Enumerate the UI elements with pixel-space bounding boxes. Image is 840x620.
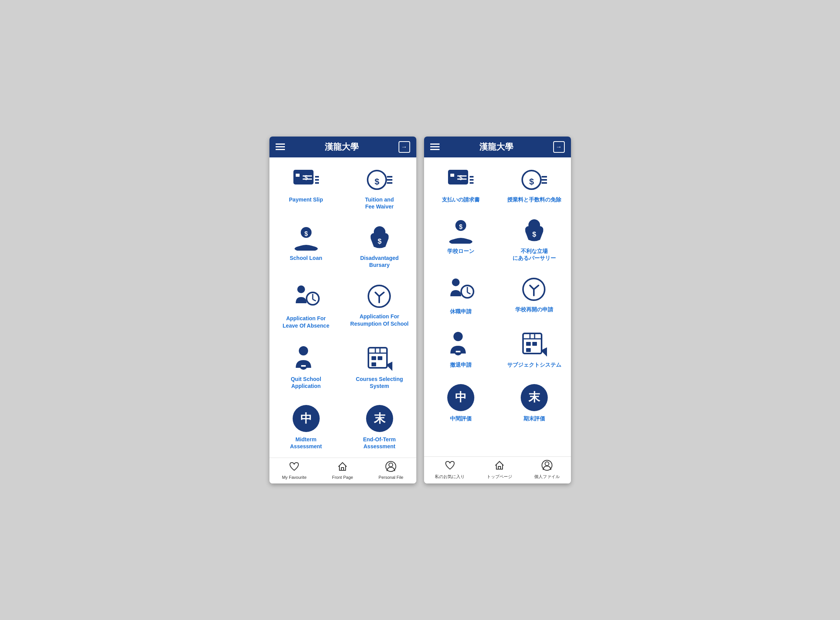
nav-item-personal-file-jp[interactable]: 個人ファイル (534, 460, 560, 480)
svg-rect-38 (448, 170, 468, 184)
nav-label-favourite-jp: 私のお気に入り (435, 474, 465, 480)
menu-item-payment-slip[interactable]: $ Payment Slip (269, 161, 343, 218)
nav-item-personal-file[interactable]: Personal File (378, 461, 403, 480)
menu-item-leave-of-absence-jp[interactable]: 休職申請 (424, 269, 498, 323)
svg-point-24 (299, 346, 308, 355)
svg-point-15 (295, 246, 318, 251)
menu-item-quit-school[interactable]: Quit School Application (269, 337, 343, 397)
icon-payment-slip: $ (293, 169, 320, 192)
nav-icon-home (337, 461, 348, 473)
icon-resumption (521, 277, 547, 302)
nav-item-front-page[interactable]: Front Page (332, 461, 353, 480)
svg-rect-33 (378, 356, 382, 360)
menu-item-resumption-school-jp[interactable]: 学校再開の申請 (498, 269, 571, 323)
item-label-quit-school: Quit School Application (291, 376, 321, 389)
item-label-disadvantaged-bursary: Disadvantaged Bursary (360, 254, 399, 268)
item-label-quit-school-jp: 撤退申請 (450, 361, 472, 368)
nav-label-personal-file: Personal File (378, 475, 403, 480)
menu-item-end-of-term-jp[interactable]: 末期末評価 (498, 376, 571, 430)
menu-item-tuition-fee-waiver-jp[interactable]: $ 授業料と手数料の免除 (498, 161, 571, 211)
nav-label-front-page-jp: トップページ (487, 474, 512, 480)
end-term-char-icon: 末 (521, 384, 548, 411)
content-japanese: $ 支払いの請求書 $ 授業料と手数料の免除 $ 学校ローン (424, 157, 571, 457)
menu-item-school-loan[interactable]: $ School Loan (269, 218, 343, 276)
content-english: $ Payment Slip $ Tuition and Fee Waiver … (269, 157, 416, 458)
menu-item-courses-selecting-jp[interactable]: サブジェクトシステム (498, 323, 571, 376)
nav-item-front-page-jp[interactable]: トップページ (487, 460, 512, 480)
header-title: 漢龍大學 (325, 141, 359, 153)
svg-line-59 (467, 292, 470, 294)
nav-icon-person (542, 460, 552, 472)
header-japanese: 漢龍大學 → (424, 137, 571, 157)
menu-item-quit-school-jp[interactable]: 撤退申請 (424, 323, 498, 376)
svg-point-53 (449, 239, 472, 244)
icon-resumption (367, 284, 392, 309)
menu-item-courses-selecting[interactable]: Courses Selecting System (343, 337, 416, 397)
icon-end-term: 末 (521, 384, 548, 411)
item-label-midterm-jp: 中間評価 (450, 415, 472, 422)
phone-english: 漢龍大學 → $ Payment Slip $ Tuition and Fee … (269, 137, 416, 484)
nav-label-favourite: My Favourite (282, 475, 307, 480)
item-label-courses-selecting: Courses Selecting System (356, 376, 403, 389)
item-label-payment-slip-jp: 支払いの請求書 (442, 196, 480, 203)
icon-payment-slip: $ (447, 169, 474, 192)
phone-japanese: 漢龍大學 → $ 支払いの請求書 $ 授業料と手数料の免除 $ (424, 137, 571, 484)
svg-point-56 (452, 278, 460, 286)
nav-item-favourite[interactable]: My Favourite (282, 461, 307, 480)
icon-tuition-waiver: $ (366, 169, 393, 192)
midterm-char-icon: 中 (293, 405, 320, 432)
item-label-resumption-school: Application For Resumption Of School (350, 313, 409, 327)
icon-tuition-waiver: $ (521, 169, 548, 192)
svg-rect-73 (498, 466, 501, 469)
svg-text:$: $ (304, 231, 308, 237)
menu-item-disadvantaged-bursary-jp[interactable]: $ 不利な立場 にあるバーサリー (498, 211, 571, 269)
menu-item-payment-slip-jp[interactable]: $ 支払いの請求書 (424, 161, 498, 211)
svg-text:$: $ (459, 224, 462, 230)
nav-item-favourite-jp[interactable]: 私のお気に入り (435, 460, 465, 480)
menu-item-end-of-term[interactable]: 末End-Of-Term Assessment (343, 397, 416, 458)
svg-rect-1 (296, 174, 300, 177)
menu-item-tuition-fee-waiver[interactable]: $ Tuition and Fee Waiver (343, 161, 416, 218)
end-term-char-icon: 末 (366, 405, 393, 432)
svg-rect-32 (371, 362, 376, 366)
item-label-end-of-term-jp: 期末評価 (523, 415, 545, 422)
icon-quit-school (447, 330, 474, 357)
icon-courses (366, 345, 393, 372)
svg-rect-69 (526, 342, 531, 346)
bottom-nav-english: My Favourite Front Page Personal File (269, 458, 416, 483)
menu-item-midterm[interactable]: 中Midterm Assessment (269, 397, 343, 458)
navigate-arrow-icon[interactable]: → (553, 141, 565, 153)
icon-quit-school (293, 345, 320, 372)
item-label-school-loan: School Loan (290, 254, 322, 261)
menu-item-resumption-school[interactable]: Application For Resumption Of School (343, 276, 416, 336)
svg-text:$: $ (529, 176, 533, 186)
item-label-resumption-school-jp: 学校再開の申請 (515, 306, 553, 313)
item-label-leave-of-absence: Application For Leave Of Absence (283, 315, 329, 329)
icon-leave-absence (447, 277, 474, 304)
item-label-end-of-term: End-Of-Term Assessment (363, 436, 396, 450)
item-label-payment-slip: Payment Slip (289, 196, 323, 203)
icon-bursary: $ (366, 225, 393, 251)
icon-end-term: 末 (366, 405, 393, 432)
svg-rect-71 (532, 342, 537, 346)
menu-icon[interactable] (430, 143, 440, 150)
nav-label-personal-file-jp: 個人ファイル (534, 474, 560, 480)
nav-label-front-page: Front Page (332, 475, 353, 480)
svg-point-54 (532, 220, 537, 223)
svg-rect-0 (293, 170, 314, 184)
menu-item-midterm-jp[interactable]: 中中間評価 (424, 376, 498, 430)
navigate-arrow-icon[interactable]: → (399, 141, 410, 153)
header-english: 漢龍大學 → (269, 137, 416, 157)
nav-icon-person (385, 461, 396, 473)
item-label-courses-selecting-jp: サブジェクトシステム (507, 361, 561, 368)
menu-icon[interactable] (276, 143, 285, 150)
menu-item-school-loan-jp[interactable]: $ 学校ローン (424, 211, 498, 269)
menu-item-leave-of-absence[interactable]: Application For Leave Of Absence (269, 276, 343, 336)
menu-item-disadvantaged-bursary[interactable]: $ Disadvantaged Bursary (343, 218, 416, 276)
item-label-school-loan-jp: 学校ローン (447, 248, 474, 254)
svg-text:$: $ (377, 237, 381, 245)
svg-point-62 (453, 332, 463, 341)
icon-midterm: 中 (293, 405, 320, 432)
icon-midterm: 中 (447, 384, 474, 411)
item-label-disadvantaged-bursary-jp: 不利な立場 にあるバーサリー (513, 248, 556, 261)
